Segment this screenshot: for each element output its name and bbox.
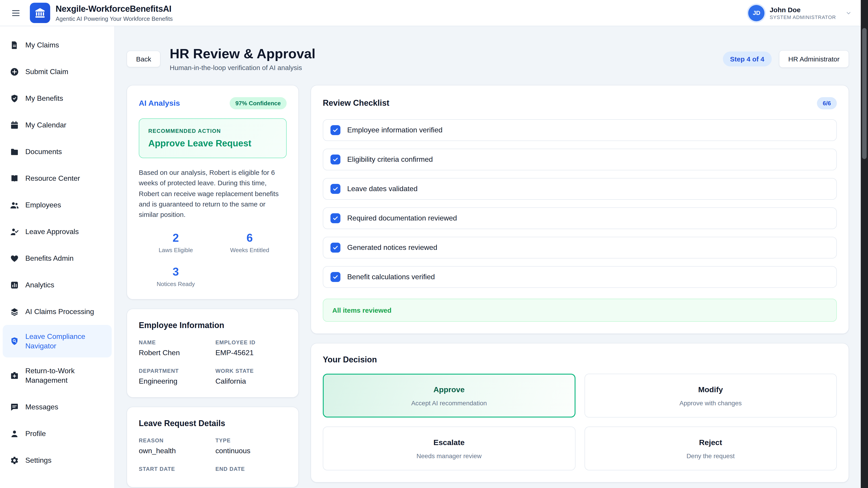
sidebar-item-ai-claims-processing[interactable]: AI Claims Processing (0, 298, 114, 325)
stat-label: Laws Eligible (139, 247, 213, 254)
checkbox-checked-icon[interactable] (331, 155, 340, 164)
stat-notices-ready: 3 Notices Ready (139, 265, 213, 288)
sidebar-item-leave-compliance-navigator[interactable]: Leave Compliance Navigator (3, 325, 112, 357)
sidebar-item-messages[interactable]: Messages (0, 394, 114, 420)
decision-option-modify[interactable]: Modify Approve with changes (584, 374, 837, 418)
field-name: NAME Robert Chen (139, 339, 210, 357)
checklist-item[interactable]: Leave dates validated (323, 178, 837, 200)
checkbox-checked-icon[interactable] (331, 213, 340, 223)
confidence-badge: 97% Confidence (229, 97, 287, 109)
sidebar-item-label: Settings (25, 455, 52, 465)
user-role: SYSTEM ADMINISTRATOR (770, 14, 836, 20)
sidebar-item-label: Leave Approvals (25, 227, 79, 236)
app-logo-bank-icon (30, 3, 50, 23)
review-checklist-title: Review Checklist (323, 98, 389, 108)
sidebar-item-settings[interactable]: Settings (0, 447, 114, 474)
stat-value: 6 (213, 232, 287, 245)
decision-option-label: Approve (331, 385, 567, 394)
ai-stats: 2 Laws Eligible 6 Weeks Entitled 3 Notic… (139, 232, 287, 288)
employee-information-title: Employee Information (139, 321, 287, 330)
chevron-down-icon[interactable] (845, 10, 852, 16)
field-label: TYPE (215, 437, 287, 444)
checklist-item[interactable]: Employee information verified (323, 119, 837, 141)
decision-option-description: Deny the request (592, 452, 829, 459)
sidebar-item-label: Benefits Admin (25, 254, 73, 263)
scrollbar-thumb[interactable] (862, 28, 867, 159)
page-subtitle: Human-in-the-loop verification of AI ana… (170, 64, 315, 71)
ai-summary-text: Based on our analysis, Robert is eligibl… (139, 167, 287, 220)
field-type: TYPE continuous (215, 437, 287, 455)
leave-request-details-title: Leave Request Details (139, 419, 287, 429)
sidebar-item-label: Leave Compliance Navigator (25, 332, 104, 351)
field-reason: REASON own_health (139, 437, 210, 455)
sidebar-item-analytics[interactable]: Analytics (0, 271, 114, 298)
employee-information-card: Employee Information NAME Robert Chen EM… (127, 309, 299, 398)
field-label: WORK STATE (215, 368, 287, 375)
sidebar-item-documents[interactable]: Documents (0, 138, 114, 165)
sidebar-item-return-to-work-management[interactable]: Return-to-Work Management (0, 357, 114, 394)
field-value: Robert Chen (139, 349, 210, 357)
back-button[interactable]: Back (127, 51, 161, 67)
decision-option-approve[interactable]: Approve Accept AI recommendation (323, 374, 575, 418)
field-employee-id: EMPLOYEE ID EMP-45621 (215, 339, 287, 357)
stat-weeks-entitled: 6 Weeks Entitled (213, 232, 287, 254)
sidebar-item-my-claims[interactable]: My Claims (0, 32, 114, 58)
sidebar-item-label: Documents (25, 147, 62, 156)
chat-icon (10, 402, 19, 412)
sidebar-item-resource-center[interactable]: Resource Center (0, 165, 114, 192)
stat-label: Weeks Entitled (213, 247, 287, 254)
checkbox-checked-icon[interactable] (331, 272, 340, 282)
folder-icon (10, 147, 19, 156)
checklist-item[interactable]: Required documentation reviewed (323, 207, 837, 229)
book-icon (10, 174, 19, 183)
your-decision-title: Your Decision (323, 355, 837, 365)
checklist-item-label: Employee information verified (347, 126, 442, 134)
checklist-item-label: Required documentation reviewed (347, 214, 457, 222)
sidebar-item-label: My Benefits (25, 94, 63, 103)
sidebar-item-employees[interactable]: Employees (0, 192, 114, 218)
checkbox-checked-icon[interactable] (331, 184, 340, 194)
sidebar-item-label: Return-to-Work Management (25, 366, 104, 385)
plus-circle-icon (10, 67, 19, 76)
sidebar-item-label: AI Claims Processing (25, 307, 94, 316)
decision-option-description: Approve with changes (592, 399, 829, 407)
decision-option-escalate[interactable]: Escalate Needs manager review (323, 427, 575, 470)
sidebar-item-label: Resource Center (25, 173, 80, 183)
sidebar-item-profile[interactable]: Profile (0, 420, 114, 447)
ai-analysis-title: AI Analysis (139, 99, 180, 108)
stat-laws-eligible: 2 Laws Eligible (139, 232, 213, 254)
sidebar-item-label: Analytics (25, 280, 54, 290)
checkbox-checked-icon[interactable] (331, 125, 340, 135)
field-department: DEPARTMENT Engineering (139, 368, 210, 386)
leave-request-details-card: Leave Request Details REASON own_health … (127, 407, 299, 488)
checklist-item[interactable]: Generated notices reviewed (323, 237, 837, 258)
decision-option-description: Accept AI recommendation (331, 399, 567, 407)
field-value: own_health (139, 447, 210, 455)
sidebar-item-submit-claim[interactable]: Submit Claim (0, 58, 114, 85)
sidebar-item-my-calendar[interactable]: My Calendar (0, 111, 114, 138)
field-work-state: WORK STATE California (215, 368, 287, 386)
app-subtitle: Agentic AI Powering Your Workforce Benef… (56, 15, 173, 22)
sidebar-item-benefits-admin[interactable]: Benefits Admin (0, 245, 114, 271)
file-icon (10, 40, 19, 50)
vertical-scrollbar[interactable] (861, 0, 868, 488)
stat-value: 3 (139, 265, 213, 279)
user-menu[interactable]: JD John Doe SYSTEM ADMINISTRATOR (748, 5, 852, 21)
recommended-action-label: RECOMMENDED ACTION (148, 128, 277, 134)
your-decision-card: Your Decision Approve Accept AI recommen… (311, 343, 849, 483)
top-header: Nexgile-WorkforceBenefitsAI Agentic AI P… (0, 0, 861, 26)
checklist-item[interactable]: Benefit calculations verified (323, 266, 837, 288)
checklist-item[interactable]: Eligibility criteria confirmed (323, 149, 837, 170)
field-label: EMPLOYEE ID (215, 339, 287, 346)
decision-option-label: Modify (592, 385, 829, 394)
hr-administrator-button[interactable]: HR Administrator (779, 50, 849, 68)
ai-analysis-card: AI Analysis 97% Confidence RECOMMENDED A… (127, 85, 299, 300)
people-icon (10, 200, 19, 209)
sidebar-item-my-benefits[interactable]: My Benefits (0, 85, 114, 111)
app-title: Nexgile-WorkforceBenefitsAI (56, 4, 173, 14)
decision-option-reject[interactable]: Reject Deny the request (584, 427, 837, 470)
sidebar-item-leave-approvals[interactable]: Leave Approvals (0, 218, 114, 245)
menu-icon[interactable] (9, 6, 24, 20)
checkbox-checked-icon[interactable] (331, 242, 340, 253)
decision-option-label: Escalate (331, 438, 567, 447)
